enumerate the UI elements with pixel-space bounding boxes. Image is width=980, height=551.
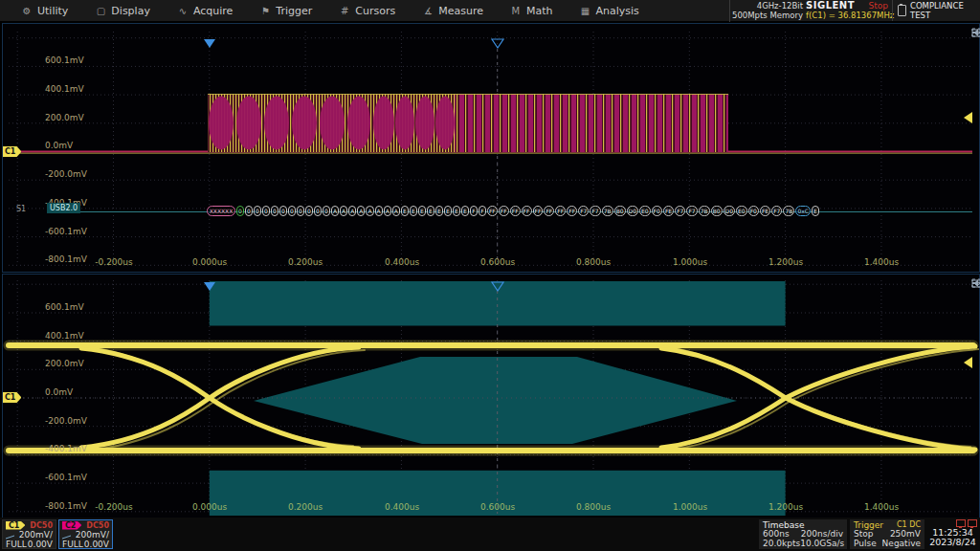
decode-token: FF bbox=[555, 206, 566, 216]
decode-token: D0 bbox=[627, 206, 638, 216]
menu-item[interactable]: ▢ Display bbox=[81, 0, 164, 21]
clipboard-icon bbox=[898, 5, 906, 16]
menu-bar: ⚙ Utility ▢ Display ∿ Acquire ⚑ Trigger … bbox=[0, 0, 980, 22]
scope-spec: 4GHz-12Bit 500Mpts Memory bbox=[729, 0, 807, 22]
time-label: 0.000us bbox=[192, 257, 227, 267]
menu-item[interactable]: ∿ Acquire bbox=[164, 0, 246, 21]
timebase-points: 20.0kpts bbox=[763, 539, 800, 548]
voltage-label: -800.1mV bbox=[45, 254, 87, 264]
decode-token: A bbox=[357, 206, 365, 216]
voltage-label: 600.1mV bbox=[45, 302, 84, 312]
menu-item-icon: ▢ bbox=[95, 6, 106, 16]
bus-name-badge[interactable]: USB2.0 bbox=[47, 203, 80, 213]
timebase-delay: 600ns bbox=[763, 529, 790, 539]
c2-scale: 200mV/ bbox=[76, 530, 109, 540]
c1-coupling: DC50 bbox=[30, 521, 53, 530]
decode-token: F7 bbox=[686, 206, 697, 216]
decode-token: 0 bbox=[323, 206, 330, 216]
time-label: 1.200us bbox=[768, 502, 803, 512]
mask-hexagon bbox=[254, 357, 737, 444]
clock-date: 2023/8/24 bbox=[927, 538, 978, 547]
decode-token: A bbox=[348, 206, 356, 216]
decode-token: FE bbox=[760, 206, 770, 216]
menu-item-icon: # bbox=[339, 6, 350, 16]
c1-scale: 200mV/ bbox=[19, 530, 53, 540]
decode-token: E0 bbox=[736, 206, 747, 216]
time-label: 0.000us bbox=[192, 502, 227, 512]
time-label: 1.400us bbox=[864, 257, 899, 267]
time-label: 1.000us bbox=[673, 502, 707, 512]
timebase-title: Timebase bbox=[763, 520, 804, 530]
channel-c2-box[interactable]: C2 DC50 200mV/ FULL 0.00V bbox=[58, 519, 113, 549]
decode-token: E bbox=[435, 206, 443, 216]
decode-token: XXXXXX bbox=[207, 206, 235, 216]
time-label: -0.200us bbox=[95, 502, 132, 512]
channel-c1-box[interactable]: C1 DC50 200mV/ FULL 0.00V bbox=[2, 519, 56, 549]
c1-bandwidth: FULL bbox=[6, 540, 27, 549]
menu-item[interactable]: ⚑ Trigger bbox=[246, 0, 325, 21]
waveform-canvas bbox=[3, 24, 979, 272]
menu-item[interactable]: ∡ Measure bbox=[409, 0, 497, 21]
decode-token: A bbox=[392, 206, 400, 216]
decode-token: F0 bbox=[748, 206, 759, 216]
menu-item[interactable]: ▦ Analysis bbox=[566, 0, 652, 21]
voltage-label: 400.1mV bbox=[45, 331, 84, 341]
decode-token: A bbox=[375, 206, 383, 216]
compliance-test-button[interactable]: COMPLIANCE TEST bbox=[892, 0, 980, 21]
status-bar: C1 DC50 200mV/ FULL 0.00V C2 DC50 200mV/ bbox=[0, 518, 980, 551]
trigger-level-marker[interactable] bbox=[964, 357, 972, 368]
timebase-scale: 200ns/div bbox=[801, 529, 843, 539]
menu-item-label: Trigger bbox=[276, 5, 312, 17]
menu-items: ⚙ Utility ▢ Display ∿ Acquire ⚑ Trigger … bbox=[0, 0, 653, 21]
voltage-label: -600.1mV bbox=[45, 227, 87, 236]
brand-block: SIGLENT Stop f(C1) = 36.81367MHz bbox=[806, 0, 888, 20]
voltage-label: -200.0mV bbox=[45, 169, 87, 179]
bus-id-label: S1 bbox=[16, 205, 26, 213]
menu-item[interactable]: M Math bbox=[497, 0, 567, 21]
decode-token: F bbox=[470, 206, 478, 216]
usb-burst bbox=[208, 94, 728, 152]
menu-item[interactable]: ⚙ Utility bbox=[8, 0, 81, 21]
eye-diagram-canvas bbox=[3, 275, 979, 518]
menu-item-icon: ▦ bbox=[579, 6, 590, 16]
voltage-label: -200.0mV bbox=[45, 416, 87, 426]
voltage-label: -600.1mV bbox=[45, 473, 87, 482]
decode-token: E bbox=[401, 206, 409, 216]
voltage-label: -800.1mV bbox=[45, 501, 87, 511]
timebase-samplerate: 10.0GSa/s bbox=[800, 539, 844, 548]
decode-token: A bbox=[331, 206, 339, 216]
c2-bandwidth: FULL bbox=[62, 540, 83, 549]
decode-token: 0 bbox=[314, 206, 322, 216]
trigger-slope: Negative bbox=[882, 539, 921, 548]
c1-badge: C1 bbox=[6, 521, 25, 530]
decode-token: F0 bbox=[652, 206, 662, 216]
acquisition-state[interactable]: Stop bbox=[869, 1, 888, 11]
decode-token: FF bbox=[522, 206, 532, 216]
speaker-icon[interactable] bbox=[971, 278, 980, 288]
trigger-type: Pulse bbox=[854, 539, 877, 548]
time-label: 0.400us bbox=[385, 257, 419, 267]
decode-token: E bbox=[427, 206, 434, 216]
voltage-label: 600.1mV bbox=[45, 55, 84, 65]
menu-item-label: Display bbox=[111, 5, 150, 17]
decode-token: FF bbox=[533, 206, 544, 216]
bandwidth-label: 4GHz-12Bit bbox=[730, 1, 803, 11]
decode-token: A bbox=[384, 206, 391, 216]
clock-box: 11:25:34 2023/8/24 bbox=[927, 519, 978, 549]
trigger-box[interactable]: Trigger C1 DC Stop 250mV Pulse Negative bbox=[850, 519, 924, 549]
decode-token: 0 bbox=[297, 206, 304, 216]
menu-item[interactable]: # Cursors bbox=[325, 0, 409, 21]
horizontal-reference-marker[interactable] bbox=[204, 39, 215, 48]
speaker-icon[interactable] bbox=[971, 28, 980, 37]
decode-token: E bbox=[812, 206, 819, 216]
oscilloscope-screen: ⚙ Utility ▢ Display ∿ Acquire ⚑ Trigger … bbox=[0, 0, 980, 551]
decode-token: 7B bbox=[783, 206, 794, 216]
trigger-level: 250mV bbox=[890, 529, 921, 539]
voltage-label: 400.1mV bbox=[45, 84, 84, 94]
timebase-box[interactable]: Timebase 600ns 200ns/div 20.0kpts 10.0GS… bbox=[759, 519, 847, 549]
trigger-level-marker[interactable] bbox=[964, 112, 972, 123]
c2-badge: C2 bbox=[62, 521, 81, 530]
decode-token: E bbox=[410, 206, 417, 216]
voltage-label: 0.0mV bbox=[45, 141, 73, 150]
c2-offset: 0.00V bbox=[84, 540, 109, 549]
